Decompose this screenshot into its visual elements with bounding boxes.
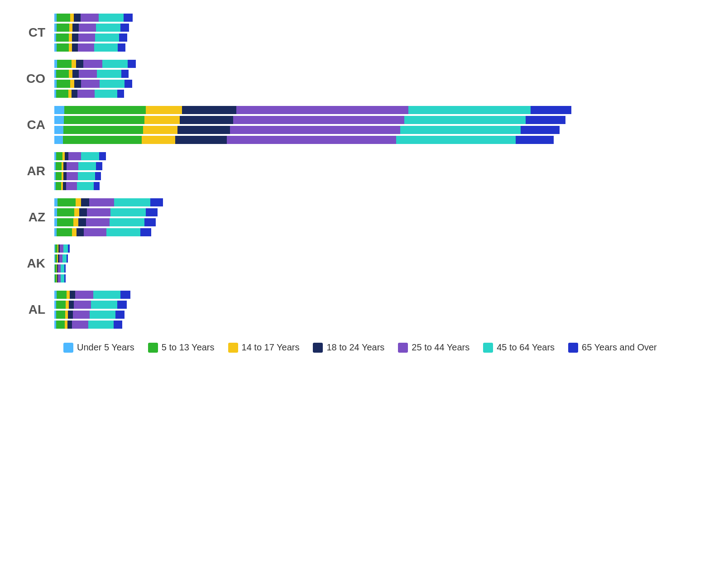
bar-segment <box>230 126 400 134</box>
bar-segment <box>57 60 72 68</box>
bar-segment <box>57 208 74 216</box>
bar-segment <box>99 152 106 160</box>
bar-segment <box>66 182 77 190</box>
state-group-az: AZ <box>18 198 710 236</box>
bar-segment <box>95 90 117 98</box>
state-label: AK <box>18 256 54 271</box>
bar-row <box>54 264 70 273</box>
legend-item: 18 to 24 Years <box>313 342 384 353</box>
legend: Under 5 Years5 to 13 Years14 to 17 Years… <box>18 342 710 353</box>
bars-column <box>54 244 70 282</box>
bar-segment <box>115 311 125 319</box>
bar-segment <box>119 34 127 42</box>
bar-segment <box>76 60 83 68</box>
bar-segment <box>59 254 62 263</box>
bar-segment <box>77 90 95 98</box>
bar-row <box>54 60 136 68</box>
bar-row <box>54 152 106 160</box>
legend-label: 25 to 44 Years <box>412 342 469 353</box>
bar-segment <box>89 198 114 206</box>
bar-segment <box>91 301 117 309</box>
bar-segment <box>73 218 78 226</box>
bar-segment <box>63 244 68 253</box>
bar-row <box>54 106 571 114</box>
bar-segment <box>62 254 67 263</box>
bar-segment <box>99 14 124 22</box>
bar-segment <box>78 43 94 52</box>
bar-segment <box>100 80 125 88</box>
bar-segment <box>56 172 62 180</box>
bar-segment <box>67 321 72 329</box>
bar-segment <box>78 172 95 180</box>
bar-segment <box>120 24 129 32</box>
bar-segment <box>96 24 120 32</box>
bar-segment <box>102 60 128 68</box>
bar-segment <box>114 198 150 206</box>
bar-segment <box>121 70 129 78</box>
bar-segment <box>56 90 68 98</box>
bar-row <box>54 182 106 190</box>
bar-segment <box>125 80 132 88</box>
bar-segment <box>521 126 560 134</box>
bar-segment <box>74 301 91 309</box>
legend-swatch <box>398 343 408 353</box>
bar-segment <box>64 106 146 114</box>
bar-segment <box>57 228 72 236</box>
state-group-co: CO <box>18 60 710 98</box>
bar-segment <box>180 116 233 124</box>
bar-segment <box>95 34 119 42</box>
bar-segment <box>67 162 78 170</box>
bar-segment <box>63 182 66 190</box>
bars-column <box>54 60 136 98</box>
bar-row <box>54 172 106 180</box>
bar-segment <box>117 90 124 98</box>
bar-row <box>54 43 133 52</box>
bar-row <box>54 34 133 42</box>
bar-row <box>54 90 136 98</box>
bar-segment <box>96 162 102 170</box>
bar-segment <box>57 43 69 52</box>
legend-swatch <box>313 343 323 353</box>
bar-segment <box>526 116 565 124</box>
legend-item: 14 to 17 Years <box>228 342 300 353</box>
bar-segment <box>182 106 236 114</box>
bar-segment <box>146 106 182 114</box>
state-label: CA <box>18 118 54 132</box>
bar-segment <box>83 60 102 68</box>
bar-row <box>54 274 70 282</box>
bar-segment <box>63 136 142 144</box>
bar-segment <box>54 126 63 134</box>
bar-segment <box>516 136 554 144</box>
state-group-al: AL <box>18 291 710 329</box>
bar-segment <box>142 136 175 144</box>
bar-segment <box>81 198 89 206</box>
bar-segment <box>56 182 61 190</box>
bar-segment <box>57 14 70 22</box>
bar-segment <box>72 24 79 32</box>
bar-segment <box>74 208 79 216</box>
bar-segment <box>64 116 144 124</box>
bar-row <box>54 80 136 88</box>
bars-column <box>54 198 163 236</box>
bar-segment <box>68 90 72 98</box>
bar-row <box>54 218 163 226</box>
bars-column <box>54 14 133 52</box>
legend-item: 25 to 44 Years <box>398 342 469 353</box>
bar-segment <box>408 106 531 114</box>
legend-item: Under 5 Years <box>63 342 134 353</box>
bar-segment <box>72 34 78 42</box>
bar-segment <box>110 218 144 226</box>
bar-segment <box>114 321 122 329</box>
bar-row <box>54 70 136 78</box>
bar-row <box>54 126 571 134</box>
state-label: CO <box>18 72 54 86</box>
bar-segment <box>56 34 69 42</box>
state-label: AZ <box>18 210 54 225</box>
legend-item: 45 to 64 Years <box>483 342 555 353</box>
bar-segment <box>177 126 230 134</box>
bar-row <box>54 208 163 216</box>
bar-segment <box>78 218 86 226</box>
bar-segment <box>74 14 81 22</box>
bar-segment <box>67 291 70 299</box>
bar-segment <box>72 321 88 329</box>
